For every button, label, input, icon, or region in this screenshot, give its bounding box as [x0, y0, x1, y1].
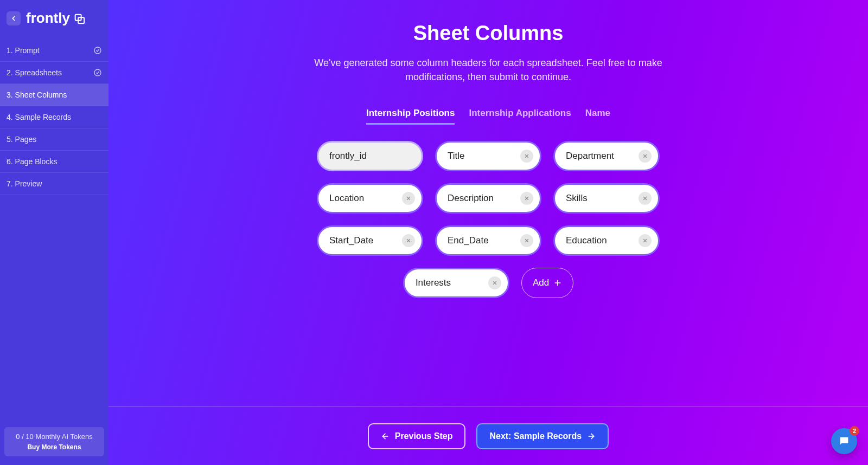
close-icon — [524, 153, 529, 159]
step-pages[interactable]: 5. Pages — [0, 128, 108, 151]
tabs: Internship Positions Internship Applicat… — [366, 108, 610, 125]
step-spreadsheets[interactable]: 2. Spreadsheets — [0, 62, 108, 84]
chat-icon — [838, 435, 850, 447]
tab-name[interactable]: Name — [585, 108, 610, 125]
column-input[interactable] — [329, 235, 402, 246]
step-label: 6. Page Blocks — [7, 157, 57, 166]
svg-point-2 — [94, 47, 101, 54]
close-icon — [406, 238, 411, 243]
next-step-button[interactable]: Next: Sample Records — [476, 423, 609, 449]
brand: frontly — [26, 10, 85, 27]
close-icon — [492, 280, 497, 286]
sidebar-header: frontly — [0, 0, 108, 40]
step-prompt[interactable]: 1. Prompt — [0, 40, 108, 62]
column-input[interactable] — [448, 193, 520, 204]
column-input[interactable] — [566, 151, 639, 162]
previous-step-button[interactable]: Previous Step — [368, 423, 466, 449]
check-circle-icon — [93, 46, 102, 55]
column-chip — [553, 225, 660, 256]
tokens-box: 0 / 10 Monthly AI Tokens Buy More Tokens — [4, 427, 104, 456]
column-chip — [435, 225, 541, 256]
buy-more-tokens-link[interactable]: Buy More Tokens — [27, 443, 81, 451]
close-icon — [642, 238, 648, 243]
main: Sheet Columns We've generated some colum… — [108, 0, 868, 465]
arrow-left-icon — [381, 432, 390, 441]
step-sheet-columns[interactable]: 3. Sheet Columns — [0, 84, 108, 106]
remove-column-button[interactable] — [402, 192, 415, 205]
column-input[interactable] — [566, 235, 639, 246]
close-icon — [524, 196, 529, 201]
step-label: 7. Preview — [7, 179, 42, 188]
column-input[interactable] — [329, 193, 402, 204]
column-input[interactable] — [448, 235, 520, 246]
step-label: 4. Sample Records — [7, 113, 71, 121]
add-label: Add — [533, 277, 549, 288]
close-icon — [642, 196, 648, 201]
step-label: 2. Spreadsheets — [7, 68, 62, 77]
wizard-footer: Previous Step Next: Sample Records — [108, 406, 868, 465]
sidebar: frontly 1. Prompt 2. Spreadsheets 3. She… — [0, 0, 108, 465]
tab-internship-applications[interactable]: Internship Applications — [469, 108, 571, 125]
step-label: 3. Sheet Columns — [7, 91, 67, 99]
plus-icon — [553, 279, 562, 287]
remove-column-button[interactable] — [402, 234, 415, 247]
brand-logo-icon — [73, 12, 85, 24]
content: Sheet Columns We've generated some colum… — [108, 0, 868, 406]
remove-column-button[interactable] — [639, 192, 652, 205]
remove-column-button[interactable] — [520, 150, 533, 163]
back-button[interactable] — [7, 11, 21, 25]
step-sample-records[interactable]: 4. Sample Records — [0, 106, 108, 128]
step-label: 5. Pages — [7, 135, 36, 144]
page-title: Sheet Columns — [413, 22, 564, 45]
column-chips: Add — [293, 141, 684, 298]
column-input — [329, 151, 415, 162]
column-chip — [317, 225, 423, 256]
column-chip — [317, 141, 423, 171]
step-label: 1. Prompt — [7, 46, 40, 55]
column-chip — [435, 141, 541, 171]
remove-column-button[interactable] — [488, 276, 501, 289]
remove-column-button[interactable] — [520, 192, 533, 205]
remove-column-button[interactable] — [639, 234, 652, 247]
column-chip — [553, 141, 660, 171]
brand-name: frontly — [26, 10, 70, 27]
remove-column-button[interactable] — [520, 234, 533, 247]
column-chip — [403, 268, 509, 298]
button-label: Previous Step — [395, 431, 453, 441]
close-icon — [524, 238, 529, 243]
column-chip — [317, 183, 423, 214]
button-label: Next: Sample Records — [489, 431, 582, 441]
column-input[interactable] — [448, 151, 520, 162]
arrow-right-icon — [587, 432, 596, 441]
step-page-blocks[interactable]: 6. Page Blocks — [0, 151, 108, 173]
close-icon — [406, 196, 411, 201]
column-chip — [435, 183, 541, 214]
svg-point-3 — [94, 69, 101, 76]
tokens-count: 0 / 10 Monthly AI Tokens — [11, 432, 98, 441]
tab-internship-positions[interactable]: Internship Positions — [366, 108, 455, 125]
close-icon — [642, 153, 648, 159]
add-column-button[interactable]: Add — [521, 268, 573, 298]
column-input[interactable] — [416, 277, 488, 288]
step-preview[interactable]: 7. Preview — [0, 173, 108, 195]
help-chat-button[interactable]: 2 — [831, 428, 857, 454]
page-subtitle: We've generated some column headers for … — [304, 56, 673, 84]
arrow-left-icon — [10, 15, 17, 22]
unread-badge: 2 — [850, 426, 859, 436]
wizard-steps: 1. Prompt 2. Spreadsheets 3. Sheet Colum… — [0, 40, 108, 195]
check-circle-icon — [93, 68, 102, 77]
column-chip — [553, 183, 660, 214]
remove-column-button[interactable] — [639, 150, 652, 163]
column-input[interactable] — [566, 193, 639, 204]
